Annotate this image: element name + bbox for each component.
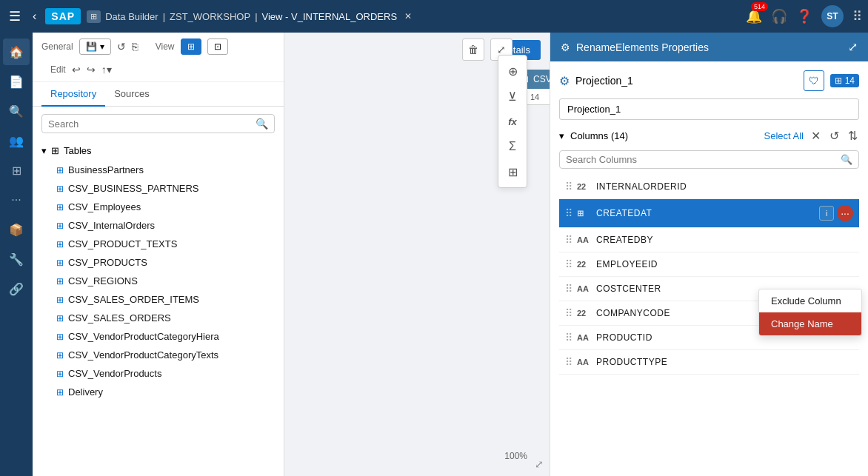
fx-tool-button[interactable]: fx xyxy=(501,110,524,133)
sliders-icon: ⚙ xyxy=(559,74,570,88)
apps-icon[interactable]: ⠿ xyxy=(852,8,862,24)
table-icon: ⊞ xyxy=(56,332,64,342)
help-icon[interactable]: ❓ xyxy=(796,8,812,24)
column-item[interactable]: ⠿ AA PRODUCTTYPE xyxy=(559,350,859,375)
notification-bell[interactable]: 🔔 514 xyxy=(746,8,762,24)
expand-icon[interactable]: ⤢ xyxy=(535,458,544,470)
item-label: CSV_SALES_ORDERS xyxy=(68,312,171,324)
breadcrumb-view[interactable]: View - V_INTERNAL_ORDERS xyxy=(262,11,398,22)
list-item[interactable]: ⊞ CSV_VendorProductCategoryHiera xyxy=(33,327,284,346)
sap-logo: SAP xyxy=(45,8,81,24)
shield-button[interactable]: 🛡 xyxy=(804,70,824,91)
col-name: EMPLOYEEID xyxy=(596,259,853,269)
node-name-input[interactable] xyxy=(559,98,859,120)
move-tool-button[interactable]: ⊕ xyxy=(501,60,524,82)
drag-handle-icon: ⠿ xyxy=(565,258,572,270)
export-icon[interactable]: ↑▾ xyxy=(101,64,112,76)
table-icon: ⊞ xyxy=(56,221,64,231)
save-button[interactable]: 💾 ▾ xyxy=(79,38,111,55)
close-filter-button[interactable]: ✕ xyxy=(809,127,822,144)
list-item[interactable]: ⊞ CSV_SALES_ORDERS xyxy=(33,309,284,327)
grid-tool-button[interactable]: ⊞ xyxy=(501,161,524,183)
breadcrumb-workshop[interactable]: ZST_WORKSHOP xyxy=(170,11,250,22)
list-item[interactable]: ⊞ CSV_PRODUCT_TEXTS xyxy=(33,235,284,253)
sigma-tool-button[interactable]: Σ xyxy=(501,135,524,158)
select-all-button[interactable]: Select All xyxy=(764,130,804,141)
list-item[interactable]: ⊞ CSV_SALES_ORDER_ITEMS xyxy=(33,290,284,309)
column-count-badge: ⊞ 14 xyxy=(830,74,859,87)
col-name: CREATEDBY xyxy=(596,235,853,245)
refresh-icon[interactable]: ↺ xyxy=(117,41,126,53)
table-icon: ⊞ xyxy=(56,165,64,175)
share-icon[interactable]: ⎘ xyxy=(132,41,138,53)
collapse-arrow[interactable]: ▾ xyxy=(41,145,47,156)
vnav-home[interactable]: 🏠 xyxy=(3,38,30,65)
col-info-button[interactable]: i xyxy=(819,206,834,221)
vnav-more[interactable]: ··· xyxy=(3,187,30,213)
table-icon: ⊞ xyxy=(56,295,64,305)
column-item[interactable]: ⠿ 22 EMPLOYEEID xyxy=(559,252,859,277)
databuilder-icon: ⊞ xyxy=(87,10,101,23)
item-label: CSV_VendorProductCategoryTexts xyxy=(68,349,218,361)
list-item[interactable]: ⊞ CSV_Employees xyxy=(33,198,284,216)
tables-section[interactable]: ▾ ⊞ Tables xyxy=(33,141,284,161)
exclude-column-item[interactable]: Exclude Column xyxy=(759,289,861,312)
list-item[interactable]: ⊞ Delivery xyxy=(33,383,284,401)
list-item[interactable]: ⊞ CSV_InternalOrders xyxy=(33,216,284,235)
vnav-package[interactable]: 📦 xyxy=(3,216,30,243)
headset-icon[interactable]: 🎧 xyxy=(771,8,787,24)
back-button[interactable]: ‹ xyxy=(30,7,39,26)
list-item[interactable]: ⊞ CSV_PRODUCTS xyxy=(33,253,284,272)
col-type-aa: AA xyxy=(577,333,592,342)
col-more-button[interactable]: ··· xyxy=(837,205,853,221)
user-avatar[interactable]: ST xyxy=(821,5,844,27)
list-item[interactable]: ⊞ CSV_REGIONS xyxy=(33,272,284,290)
drag-handle-icon: ⠿ xyxy=(565,234,572,246)
col-actions: i ··· xyxy=(819,205,853,221)
search-input[interactable] xyxy=(48,118,256,130)
vnav-users[interactable]: 👥 xyxy=(3,127,30,154)
list-item[interactable]: ⊞ BusinessPartners xyxy=(33,161,284,179)
zoom-label: 100% xyxy=(504,451,527,461)
filter-tool-button[interactable]: ⊻ xyxy=(501,85,524,107)
columns-header: ▾ Columns (14) Select All ✕ ↺ ⇅ xyxy=(559,127,859,144)
vnav-page[interactable]: 📄 xyxy=(3,68,30,95)
column-item-selected[interactable]: ⠿ ⊞ CREATEDAT i ··· xyxy=(559,199,859,228)
vnav-grid[interactable]: ⊞ xyxy=(3,157,30,184)
item-label: CSV_BUSINESS_PARTNERS xyxy=(68,183,199,194)
undo-icon[interactable]: ↩ xyxy=(72,64,81,76)
vnav-link[interactable]: 🔗 xyxy=(3,275,30,302)
close-tab-icon[interactable]: ✕ xyxy=(404,11,412,21)
column-item[interactable]: ⠿ AA CREATEDBY xyxy=(559,228,859,252)
breadcrumb-databuilder[interactable]: Data Builder xyxy=(105,11,158,22)
sort-columns-button[interactable]: ⇅ xyxy=(847,127,859,144)
refresh-columns-button[interactable]: ↺ xyxy=(828,127,841,144)
item-label: CSV_VendorProductCategoryHiera xyxy=(68,331,219,342)
table-view-button[interactable]: ⊞ xyxy=(181,38,201,55)
grid-view-button[interactable]: ⊡ xyxy=(207,38,228,55)
vnav-search[interactable]: 🔍 xyxy=(3,98,30,124)
rp-title-row: ⚙ Projection_1 🛡 ⊞ 14 xyxy=(559,70,859,91)
delete-button[interactable]: 🗑 xyxy=(462,38,484,61)
table-icon: ⊞ xyxy=(56,369,64,379)
item-label: CSV_PRODUCT_TEXTS xyxy=(68,238,177,249)
column-item[interactable]: ⠿ 22 INTERNALORDERID xyxy=(559,175,859,199)
main-layout: 🏠 📄 🔍 👥 ⊞ ··· 📦 🔧 🔗 General 💾 ▾ ↺ ⎘ View xyxy=(0,33,868,476)
change-name-item[interactable]: Change Name xyxy=(759,312,861,335)
filter-settings-icon: ⚙ xyxy=(561,41,570,53)
hamburger-icon[interactable]: ☰ xyxy=(6,5,24,27)
list-item[interactable]: ⊞ CSV_VendorProductCategoryTexts xyxy=(33,346,284,364)
vnav-tools[interactable]: 🔧 xyxy=(3,246,30,272)
tab-sources[interactable]: Sources xyxy=(105,82,158,107)
notification-count: 514 xyxy=(751,2,768,11)
redo-icon[interactable]: ↪ xyxy=(87,64,96,76)
columns-collapse-arrow[interactable]: ▾ xyxy=(559,130,564,141)
search-columns-input[interactable] xyxy=(566,154,841,165)
list-item[interactable]: ⊞ CSV_BUSINESS_PARTNERS xyxy=(33,179,284,198)
rp-expand-icon[interactable]: ⤢ xyxy=(848,40,858,54)
list-item[interactable]: ⊞ CSV_VendorProducts xyxy=(33,364,284,383)
tab-repository[interactable]: Repository xyxy=(41,82,105,107)
panel-tabs: Repository Sources xyxy=(33,82,284,107)
rp-body: ⚙ Projection_1 🛡 ⊞ 14 ▾ Columns (14) xyxy=(550,61,868,476)
canvas[interactable]: Details 🗑 ⤢ ⊞ CSV_InternalOrders ⊞ 14 ⚙ xyxy=(284,33,550,476)
